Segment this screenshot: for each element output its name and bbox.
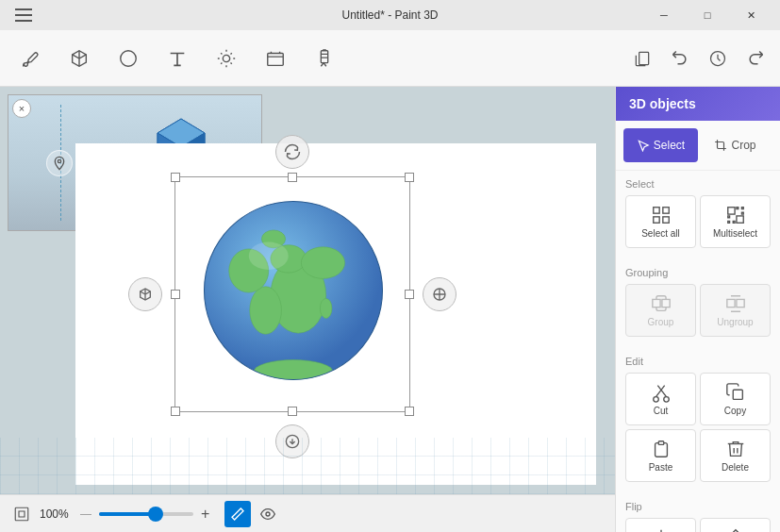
tool-stickers[interactable] <box>302 36 347 81</box>
tool-3d-shapes[interactable] <box>57 36 102 81</box>
select-section-title: Select <box>625 178 771 190</box>
handle-tr[interactable] <box>405 173 414 182</box>
canvas-grid <box>0 438 615 494</box>
paste-label: Paste <box>649 462 673 473</box>
svg-point-21 <box>320 298 332 318</box>
svg-point-1 <box>223 55 229 61</box>
handle-bc[interactable] <box>288 407 297 416</box>
pencil-icon[interactable] <box>224 501 251 527</box>
panel-crop-btn[interactable]: Crop <box>698 128 772 162</box>
svg-rect-4 <box>639 52 649 64</box>
svg-rect-27 <box>653 208 658 213</box>
svg-rect-30 <box>662 217 668 223</box>
canvas-area[interactable]: × <box>0 87 615 532</box>
svg-rect-32 <box>736 216 742 223</box>
ungroup-btn: Ungroup <box>700 284 771 337</box>
tool-effects[interactable] <box>204 36 249 81</box>
paste-button[interactable] <box>625 42 659 75</box>
ungroup-label: Ungroup <box>717 317 753 327</box>
handle-ml[interactable] <box>171 290 180 299</box>
titlebar: Untitled* - Paint 3D ─ □ ✕ <box>0 0 780 30</box>
flip-section-title: Flip <box>625 501 771 512</box>
copy-label: Copy <box>724 406 746 416</box>
svg-rect-40 <box>658 441 664 445</box>
svg-point-0 <box>121 50 137 66</box>
svg-rect-33 <box>652 299 659 307</box>
edit-section-title: Edit <box>625 356 771 367</box>
svg-point-38 <box>663 397 669 403</box>
transform-handle-left[interactable] <box>128 277 162 311</box>
flip-section: Flip Flip horizontal Fli <box>616 493 780 532</box>
thumbnail-viewport-icon[interactable] <box>46 150 73 176</box>
right-panel: 3D objects Select Crop Select <box>615 87 780 532</box>
redo-button[interactable] <box>739 42 772 75</box>
zoom-dash: — <box>80 507 91 521</box>
menu-button[interactable] <box>8 1 40 29</box>
cut-label: Cut <box>654 406 669 416</box>
grouping-section-title: Grouping <box>625 267 771 278</box>
multiselect-label: Multiselect <box>713 228 757 239</box>
transform-handle-right[interactable] <box>423 277 456 311</box>
group-btn: Group <box>625 284 696 337</box>
zoom-value: 100% <box>40 507 73 521</box>
history-button[interactable] <box>701 42 735 75</box>
statusbar: 100% — + <box>0 494 615 532</box>
handle-mr[interactable] <box>405 290 414 299</box>
cut-btn[interactable]: Cut <box>625 373 696 425</box>
svg-point-17 <box>301 247 344 279</box>
svg-rect-25 <box>15 507 28 521</box>
edit-section: Edit Cut Copy <box>616 348 780 486</box>
delete-btn[interactable]: Delete <box>700 429 771 482</box>
handle-tc[interactable] <box>288 173 297 182</box>
tool-canvas[interactable] <box>253 36 298 81</box>
main-area: × <box>0 87 780 532</box>
rotate-handle[interactable] <box>275 135 309 169</box>
thumbnail-close[interactable]: × <box>12 99 31 118</box>
svg-point-18 <box>250 287 282 334</box>
panel-header: 3D objects <box>616 87 780 121</box>
svg-rect-2 <box>268 53 284 65</box>
statusbar-right <box>224 501 281 527</box>
undo-button[interactable] <box>663 42 697 75</box>
svg-rect-29 <box>653 217 658 223</box>
svg-rect-31 <box>727 208 734 214</box>
grouping-section: Grouping Group Ungroup <box>616 259 780 341</box>
selection-box <box>174 176 410 412</box>
flip-grid: Flip horizontal Flip vertical <box>625 518 771 532</box>
handle-tl[interactable] <box>171 173 180 182</box>
svg-rect-36 <box>736 299 743 307</box>
tool-brushes[interactable] <box>8 36 53 81</box>
maximize-button[interactable]: □ <box>686 0 729 30</box>
select-all-btn[interactable]: Select all <box>625 195 696 248</box>
group-label: Group <box>648 317 674 327</box>
tool-text[interactable] <box>155 36 200 81</box>
multiselect-btn[interactable]: Multiselect <box>700 195 771 248</box>
handle-bl[interactable] <box>171 407 180 416</box>
svg-point-11 <box>58 159 60 162</box>
svg-point-26 <box>266 512 270 516</box>
flip-horizontal-btn[interactable]: Flip horizontal <box>625 518 696 532</box>
edit-grid: Cut Copy Paste <box>625 373 771 482</box>
copy-btn[interactable]: Copy <box>700 373 771 425</box>
panel-select-btn[interactable]: Select <box>623 128 698 162</box>
flip-vertical-btn[interactable]: Flip vertical <box>700 518 771 532</box>
select-section: Select Select all <box>616 171 780 252</box>
svg-rect-39 <box>733 390 742 399</box>
toolbar-right <box>625 42 772 75</box>
zoom-slider[interactable] <box>99 512 193 516</box>
svg-rect-35 <box>726 299 734 307</box>
minimize-button[interactable]: ─ <box>642 0 686 30</box>
zoom-fit-icon[interactable] <box>11 504 32 524</box>
paste-btn[interactable]: Paste <box>625 429 696 482</box>
window-controls: ─ □ ✕ <box>642 0 772 30</box>
eye-icon[interactable] <box>255 501 281 527</box>
delete-label: Delete <box>722 462 749 473</box>
grouping-grid: Group Ungroup <box>625 284 771 337</box>
zoom-plus[interactable]: + <box>201 506 209 523</box>
handle-br[interactable] <box>405 407 414 416</box>
panel-tools: Select Crop <box>616 121 780 171</box>
tool-2d-shapes[interactable] <box>106 36 151 81</box>
close-button[interactable]: ✕ <box>729 0 772 30</box>
svg-point-37 <box>653 397 658 403</box>
svg-rect-28 <box>662 208 668 213</box>
